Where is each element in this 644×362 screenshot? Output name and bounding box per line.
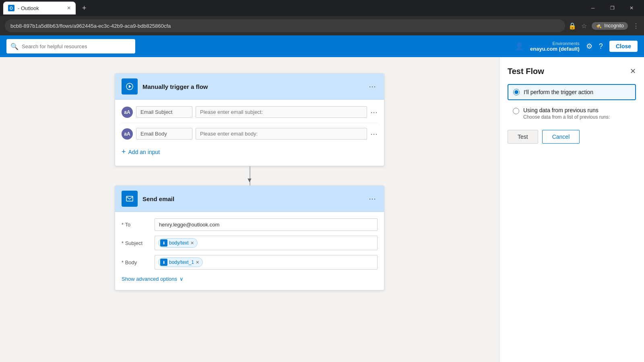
tab-title: - Outlook xyxy=(18,5,39,11)
body-token-label: body/text_1 xyxy=(169,259,194,265)
search-input[interactable] xyxy=(22,43,131,49)
email-body-value-input[interactable] xyxy=(196,128,367,140)
option-perform-trigger-label: I'll perform the trigger action xyxy=(524,89,593,95)
address-input[interactable] xyxy=(5,19,565,32)
address-bar: 🔒 ☆ 🕵 Incognito ⋮ xyxy=(0,16,644,35)
close-header-button[interactable]: Close xyxy=(609,41,638,52)
tab-favicon: O xyxy=(8,5,14,11)
settings-icon[interactable]: ⚙ xyxy=(586,42,592,51)
menu-icon[interactable]: ⋮ xyxy=(633,22,639,30)
email-body-more-button[interactable]: ⋯ xyxy=(370,130,378,138)
svg-rect-1 xyxy=(126,196,133,201)
show-advanced-label: Show advanced options xyxy=(122,276,177,282)
send-email-card-menu-button[interactable]: ⋯ xyxy=(367,193,378,205)
search-box[interactable]: 🔍 xyxy=(6,39,135,53)
trigger-card-title: Manually trigger a flow xyxy=(142,83,362,90)
incognito-icon: 🕵 xyxy=(596,23,602,29)
send-email-card-header: Send email ⋯ xyxy=(115,186,384,212)
trigger-card-body: aA ⋯ aA ⋯ + Add an input xyxy=(115,100,384,166)
incognito-badge: 🕵 Incognito xyxy=(592,22,628,30)
star-icon[interactable]: ☆ xyxy=(581,22,587,30)
email-card-icon xyxy=(122,191,138,207)
environment-label: Environments xyxy=(530,41,580,46)
email-subject-value-input[interactable] xyxy=(196,106,367,118)
add-input-label: Add an input xyxy=(128,149,160,155)
subject-token-close-button[interactable]: ✕ xyxy=(190,241,194,246)
body-row: * Body ⬇ body/text_1 ✕ xyxy=(122,255,378,269)
trigger-card-menu-button[interactable]: ⋯ xyxy=(367,80,378,93)
option-previous-runs[interactable]: Using data from previous runs Choose dat… xyxy=(508,103,636,123)
email-subject-row: aA ⋯ xyxy=(122,106,378,123)
subject-token-input[interactable]: ⬇ body/text ✕ xyxy=(155,236,378,250)
subject-label: * Subject xyxy=(122,240,150,246)
email-body-row: aA ⋯ xyxy=(122,128,378,144)
to-row: * To xyxy=(122,218,378,231)
option-perform-trigger[interactable]: I'll perform the trigger action xyxy=(508,84,636,100)
window-controls: ─ ❐ ✕ xyxy=(584,2,641,14)
send-email-card: Send email ⋯ * To * Subject ⬇ body/text xyxy=(115,185,384,290)
body-token-close-button[interactable]: ✕ xyxy=(196,260,199,265)
help-icon[interactable]: ? xyxy=(599,42,603,51)
option-previous-runs-desc: Choose data from a list of previous runs… xyxy=(523,114,610,120)
email-subject-name-input[interactable] xyxy=(136,106,192,118)
address-bar-icons: 🔒 ☆ 🕵 Incognito ⋮ xyxy=(568,22,639,30)
subject-row: * Subject ⬇ body/text ✕ xyxy=(122,236,378,250)
environment-block: Environments enayu.com (default) xyxy=(530,41,580,52)
main-content: Manually trigger a flow ⋯ aA ⋯ aA ⋯ xyxy=(0,57,644,362)
trigger-card-header: Manually trigger a flow ⋯ xyxy=(115,74,384,100)
browser-titlebar: O - Outlook ✕ + ─ ❐ ✕ xyxy=(0,0,644,16)
to-label: * To xyxy=(122,222,150,228)
tab-close-icon[interactable]: ✕ xyxy=(67,5,71,11)
subject-token: ⬇ body/text ✕ xyxy=(158,238,198,248)
close-window-button[interactable]: ✕ xyxy=(622,2,641,14)
header-right: 👤 Environments enayu.com (default) ⚙ ? C… xyxy=(515,41,638,52)
test-panel-title: Test Flow xyxy=(508,67,636,76)
send-email-card-title: Send email xyxy=(142,195,362,202)
email-body-avatar: aA xyxy=(122,128,133,140)
email-body-name-input[interactable] xyxy=(136,128,192,140)
new-tab-icon[interactable]: + xyxy=(79,4,90,12)
option-previous-runs-content: Using data from previous runs Choose dat… xyxy=(523,107,610,120)
arrow-down-icon: ▼ xyxy=(246,177,253,184)
option-previous-runs-label: Using data from previous runs xyxy=(523,107,610,113)
search-icon: 🔍 xyxy=(10,43,19,50)
body-token-icon: ⬇ xyxy=(160,259,167,266)
test-panel-actions: Test Cancel xyxy=(508,130,636,144)
flow-canvas: Manually trigger a flow ⋯ aA ⋯ aA ⋯ xyxy=(0,57,499,362)
show-advanced-button[interactable]: Show advanced options ∨ xyxy=(122,274,184,284)
body-label: * Body xyxy=(122,259,150,265)
test-button[interactable]: Test xyxy=(508,130,538,144)
body-token: ⬇ body/text_1 ✕ xyxy=(158,257,203,267)
trigger-card: Manually trigger a flow ⋯ aA ⋯ aA ⋯ xyxy=(115,73,384,166)
app-header: 🔍 👤 Environments enayu.com (default) ⚙ ?… xyxy=(0,35,644,57)
incognito-label: Incognito xyxy=(604,23,624,29)
email-subject-more-button[interactable]: ⋯ xyxy=(370,108,378,117)
trigger-icon xyxy=(122,78,138,95)
body-token-input[interactable]: ⬇ body/text_1 ✕ xyxy=(155,255,378,269)
minimize-button[interactable]: ─ xyxy=(584,2,602,14)
shield-icon: 🔒 xyxy=(568,22,576,30)
browser-tab[interactable]: O - Outlook ✕ xyxy=(3,2,76,14)
email-subject-avatar: aA xyxy=(122,107,133,118)
to-input[interactable] xyxy=(155,218,378,231)
email-form: * To * Subject ⬇ body/text ✕ xyxy=(115,212,384,290)
cancel-button[interactable]: Cancel xyxy=(542,130,580,144)
test-panel: Test Flow ✕ I'll perform the trigger act… xyxy=(499,57,644,362)
option-previous-runs-radio[interactable] xyxy=(513,108,519,114)
chevron-down-icon: ∨ xyxy=(180,276,184,282)
restore-button[interactable]: ❐ xyxy=(603,2,621,14)
user-icon[interactable]: 👤 xyxy=(515,42,524,51)
subject-token-icon: ⬇ xyxy=(160,239,167,247)
plus-icon: + xyxy=(122,148,126,156)
test-panel-close-button[interactable]: ✕ xyxy=(630,67,636,76)
add-input-button[interactable]: + Add an input xyxy=(122,144,160,159)
option-perform-trigger-radio[interactable] xyxy=(513,89,520,95)
environment-name: enayu.com (default) xyxy=(530,46,580,52)
subject-token-label: body/text xyxy=(169,240,189,246)
